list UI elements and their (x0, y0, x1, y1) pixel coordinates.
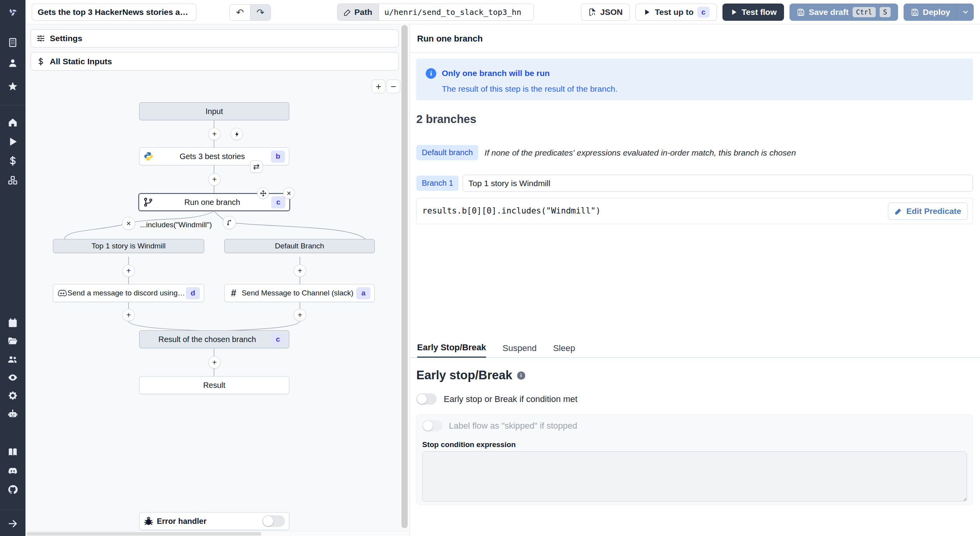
discord-outline-icon (57, 288, 67, 298)
add-step-button[interactable]: + (294, 264, 306, 277)
undo-button[interactable]: ↶ (230, 5, 250, 20)
flow-settings-button[interactable]: Settings (31, 29, 399, 47)
remove-branch-button[interactable]: × (122, 217, 135, 230)
zoom-in-button[interactable]: + (372, 80, 385, 93)
edit-predicate-label: Edit Predicate (906, 206, 961, 216)
resources-cubes-icon[interactable] (0, 172, 25, 188)
edit-predicate-button[interactable]: Edit Predicate (888, 203, 968, 220)
sliders-icon (36, 34, 45, 43)
ai-robot-icon[interactable] (0, 406, 25, 422)
runs-play-icon[interactable] (0, 134, 25, 149)
dollar-icon (36, 57, 45, 66)
github-icon[interactable] (0, 482, 25, 497)
branch1-name-input[interactable] (463, 175, 973, 192)
predicate-box: results.b[0][0].includes("Windmill") Edi… (416, 198, 973, 224)
add-step-button[interactable]: + (294, 309, 306, 321)
delete-node-button[interactable]: × (283, 187, 295, 199)
favorites-star-icon[interactable] (0, 78, 25, 94)
step-id-badge: d (186, 287, 200, 299)
add-step-button[interactable]: + (208, 356, 221, 369)
flow-summary-input[interactable] (32, 4, 196, 21)
node-slack[interactable]: # Send Message to Channel (slack) a (224, 284, 375, 302)
workspace-icon[interactable] (0, 34, 25, 50)
sidebar-divider (0, 509, 25, 510)
schedules-calendar-icon[interactable] (0, 315, 25, 330)
retry-loop-button[interactable]: ⇄ (250, 160, 263, 173)
chevron-down-icon[interactable] (962, 8, 969, 16)
node-gets-stories[interactable]: Gets 3 best stories b (139, 147, 289, 165)
node-label: Error handler (154, 517, 262, 526)
folders-icon[interactable] (0, 333, 25, 349)
flow-edges (25, 24, 410, 536)
early-stop-heading: Early stop/Break (416, 368, 512, 382)
python-icon (143, 151, 154, 161)
node-result[interactable]: Result (139, 376, 289, 394)
discord-icon[interactable] (0, 463, 25, 478)
info-banner-title: Only one branch will be run (442, 69, 550, 78)
move-node-button[interactable] (257, 187, 269, 199)
node-label: Default Branch (229, 242, 370, 250)
docs-book-icon[interactable] (0, 444, 25, 460)
test-flow-label: Test flow (742, 7, 777, 17)
top-toolbar: ↶ ↷ Path JSON Test up to c Test flow Sav… (25, 0, 980, 24)
tab-suspend[interactable]: Suspend (503, 343, 537, 357)
variables-dollar-icon[interactable] (0, 153, 25, 168)
add-branch-button[interactable] (223, 216, 236, 229)
user-icon[interactable] (0, 55, 25, 71)
divider (410, 53, 980, 53)
stop-condition-textarea[interactable] (422, 451, 967, 502)
settings-gear-icon[interactable] (0, 388, 25, 403)
json-file-icon (588, 8, 596, 16)
error-handler-toggle[interactable] (262, 515, 285, 527)
step-id-badge: c (271, 333, 285, 346)
early-stop-config-panel: Label flow as "skipped" if stopped Stop … (416, 414, 973, 505)
pencil-icon (344, 9, 351, 16)
save-draft-label: Save draft (809, 7, 849, 17)
audit-eye-icon[interactable] (0, 369, 25, 385)
path-label: Path (354, 7, 372, 17)
flow-horizontal-scrollbar[interactable] (25, 531, 410, 536)
groups-users-icon[interactable] (0, 351, 25, 367)
test-up-to-button[interactable]: Test up to c (635, 4, 717, 21)
trigger-bolt-button[interactable] (230, 128, 243, 140)
node-result-chosen-branch[interactable]: Result of the chosen branch c (139, 330, 289, 348)
path-input[interactable] (379, 4, 534, 20)
test-flow-button[interactable]: Test flow (722, 4, 784, 21)
sidebar-divider (0, 105, 25, 105)
zoom-out-button[interactable]: − (387, 80, 400, 93)
add-step-button[interactable]: + (208, 173, 221, 186)
node-error-handler[interactable]: Error handler (139, 512, 289, 530)
tab-early-stop-break[interactable]: Early Stop/Break (417, 342, 486, 358)
node-discord[interactable]: Send a message to discord using w... d (53, 284, 204, 302)
tab-sleep[interactable]: Sleep (553, 343, 575, 357)
advanced-tabs: Early Stop/Break Suspend Sleep (410, 341, 980, 358)
all-static-inputs-button[interactable]: All Static Inputs (31, 52, 399, 71)
json-button[interactable]: JSON (581, 4, 630, 21)
test-up-to-step-badge: c (697, 7, 710, 18)
branch-header-right[interactable]: Default Branch (224, 239, 375, 253)
save-icon (797, 8, 805, 16)
git-branch-icon (143, 197, 153, 207)
home-icon[interactable] (0, 114, 25, 130)
info-icon: i (517, 371, 525, 380)
node-input[interactable]: Input (139, 102, 289, 120)
add-step-button[interactable]: + (122, 309, 135, 321)
flow-vertical-scrollbar[interactable] (401, 24, 408, 530)
json-button-label: JSON (600, 7, 622, 17)
add-step-button[interactable]: + (122, 264, 135, 277)
step-id-badge: c (271, 196, 285, 208)
windmill-logo[interactable] (0, 4, 25, 20)
branch-header-left[interactable]: Top 1 story is Windmill (53, 239, 204, 253)
info-banner: i Only one branch will be run The result… (416, 59, 973, 100)
save-icon (911, 8, 919, 16)
path-chip[interactable]: Path (338, 4, 379, 20)
redo-button[interactable]: ↷ (250, 5, 270, 20)
add-step-button[interactable]: + (208, 128, 221, 140)
early-stop-toggle[interactable] (416, 393, 437, 405)
expand-arrow-icon[interactable] (0, 516, 25, 531)
play-icon (730, 8, 738, 16)
play-icon (643, 8, 651, 16)
deploy-button[interactable]: Deploy (904, 4, 974, 21)
save-draft-button[interactable]: Save draft Ctrl S (789, 4, 898, 21)
label-skipped-toggle[interactable] (422, 420, 443, 431)
